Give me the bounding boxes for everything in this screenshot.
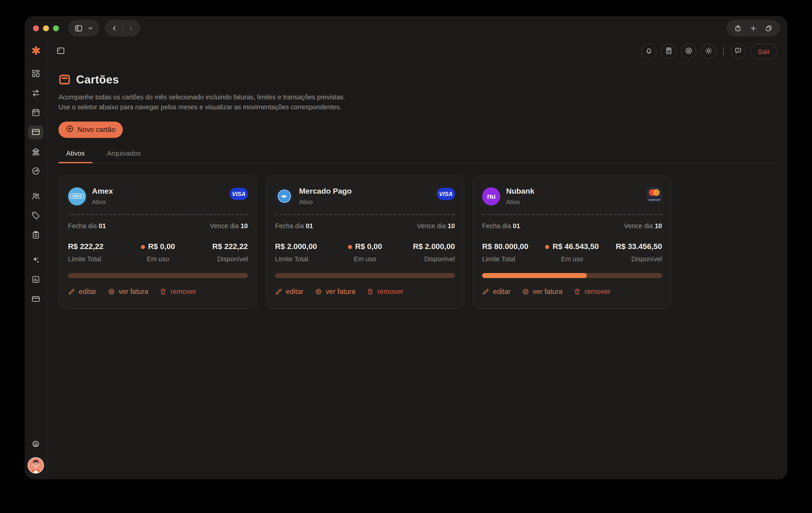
card-actions: editar ver fatura remover (482, 288, 662, 296)
mastercard-badge: mastercard (647, 187, 662, 202)
card-actions: editar ver fatura remover (275, 288, 455, 296)
remove-card-button[interactable]: remover (574, 288, 611, 296)
card-amounts: R$ 80.000,00 Limite Total R$ 46.543,50 E… (482, 242, 662, 263)
edit-card-button[interactable]: editar (275, 288, 303, 296)
card-name: Nubank (506, 187, 534, 196)
sidebar-item-tags[interactable] (28, 209, 44, 223)
close-day: Fecha dia 01 (68, 222, 106, 230)
tabs: Ativos Arquivados (58, 149, 777, 163)
sidebar-item-bank[interactable] (28, 145, 44, 159)
sidebar-item-cards[interactable] (28, 126, 44, 139)
view-invoice-button[interactable]: ver fatura (315, 288, 355, 296)
new-tab-button[interactable] (750, 24, 757, 32)
card-head: nu Nubank Ativo mastercard (482, 187, 662, 206)
forward-button[interactable] (127, 25, 134, 31)
history-nav-group (105, 20, 140, 36)
used-column: R$ 46.543,50 Em uso (542, 242, 602, 263)
sidebar-item-assistant[interactable] (28, 253, 44, 267)
pencil-icon (482, 288, 489, 295)
pencil-icon (68, 288, 75, 295)
card-days-row: Fecha dia 01 Vence dia 10 (275, 222, 455, 230)
bank-icon (31, 147, 40, 157)
card-amounts: R$ 222,22 Limite Total R$ 0,00 Em uso R$… (68, 242, 248, 263)
credit-card-icon (31, 127, 40, 138)
sidebar-item-performance[interactable] (28, 165, 44, 178)
settings-button[interactable] (28, 438, 44, 452)
app-window: Sair Cartões Acompanhe todas os cartões … (25, 16, 787, 479)
used-column: R$ 0,00 Em uso (128, 242, 188, 263)
user-avatar[interactable] (28, 457, 44, 474)
mastercard-orange-circle (653, 189, 660, 196)
sidebar-nav (28, 67, 44, 306)
card-issuer: nu Nubank Ativo (482, 187, 534, 206)
card-actions: editar ver fatura remover (68, 288, 248, 296)
main-area: Sair Cartões Acompanhe todas os cartões … (47, 40, 787, 479)
sidebar-item-transfers[interactable] (28, 87, 44, 100)
share-button[interactable] (734, 24, 742, 32)
sidebar-toggle-button[interactable] (74, 24, 83, 32)
usage-progressbar (68, 273, 248, 278)
edit-card-button[interactable]: editar (482, 288, 511, 296)
window-body: Sair Cartões Acompanhe todas os cartões … (25, 40, 787, 479)
transfers-icon (31, 88, 40, 99)
sidebar-item-contacts[interactable] (28, 190, 44, 203)
view-invoice-button[interactable]: ver fatura (522, 288, 562, 296)
card-head: Mercado Pago Ativo VISA (275, 187, 455, 206)
sidebar-item-calendar[interactable] (28, 106, 44, 120)
calendar-icon (31, 108, 40, 118)
logout-button[interactable]: Sair (751, 44, 777, 59)
credit-card-item: nu Nubank Ativo mastercard Fecha dia 01 … (473, 175, 671, 309)
feedback-button[interactable] (731, 44, 746, 59)
nubank-logo: nu (482, 187, 500, 205)
clipboard-icon (31, 230, 40, 241)
duplicate-button[interactable] (765, 24, 773, 32)
remove-card-button[interactable]: remover (367, 288, 404, 296)
available-column: R$ 222,22 Disponível (188, 242, 248, 263)
card-amounts: R$ 2.000,00 Limite Total R$ 0,00 Em uso … (275, 242, 455, 263)
limit-column: R$ 80.000,00 Limite Total (482, 242, 542, 263)
notifications-button[interactable] (641, 44, 657, 59)
available-column: R$ 33.456,50 Disponível (602, 242, 662, 263)
sidebar-panel-icon (74, 24, 83, 32)
sidebar-item-notes[interactable] (28, 228, 44, 242)
handshake-icon (278, 190, 291, 203)
chevron-right-icon (127, 25, 134, 31)
used-column: R$ 0,00 Em uso (335, 242, 395, 263)
available-column: R$ 2.000,00 Disponível (395, 242, 455, 263)
usage-progressbar (482, 273, 662, 278)
sidebar-item-dashboard[interactable] (28, 67, 44, 81)
dashboard-icon (31, 69, 40, 79)
circle-dot-icon (108, 288, 115, 295)
close-button[interactable] (33, 25, 39, 31)
sidebar-item-reports[interactable] (28, 273, 44, 287)
visa-badge: VISA (230, 188, 248, 200)
remove-card-button[interactable]: remover (160, 288, 197, 296)
eye-target-icon (685, 47, 693, 56)
tab-ativos[interactable]: Ativos (58, 149, 92, 163)
calculator-button[interactable] (661, 44, 677, 59)
privacy-button[interactable] (681, 44, 697, 59)
back-button[interactable] (111, 25, 118, 31)
circle-dot-icon (315, 288, 322, 295)
theme-toggle-button[interactable] (701, 44, 717, 59)
sidebar-item-accounts[interactable] (28, 293, 44, 306)
panel-toggle-button[interactable] (56, 46, 65, 56)
usage-progressbar (275, 273, 455, 278)
card-head: AMEX Amex Ativo VISA (68, 187, 248, 206)
view-invoice-button[interactable]: ver fatura (108, 288, 148, 296)
card-status: Ativo (299, 199, 352, 206)
cards-page-icon (58, 74, 71, 86)
zoom-button[interactable] (53, 25, 59, 31)
sparkles-icon (31, 255, 40, 266)
titlebar-chevron-down-button[interactable] (87, 25, 93, 31)
asterisk-logo-icon (31, 46, 40, 57)
trend-circle-icon (31, 166, 40, 177)
chevron-down-icon (87, 25, 93, 31)
edit-card-button[interactable]: editar (68, 288, 96, 296)
card-name: Amex (92, 187, 113, 196)
amex-logo: AMEX (68, 187, 86, 205)
card-issuer: Mercado Pago Ativo (275, 187, 352, 206)
new-card-button[interactable]: Novo cartão (58, 122, 122, 138)
minimize-button[interactable] (43, 25, 49, 31)
tab-arquivados[interactable]: Arquivados (99, 149, 149, 163)
